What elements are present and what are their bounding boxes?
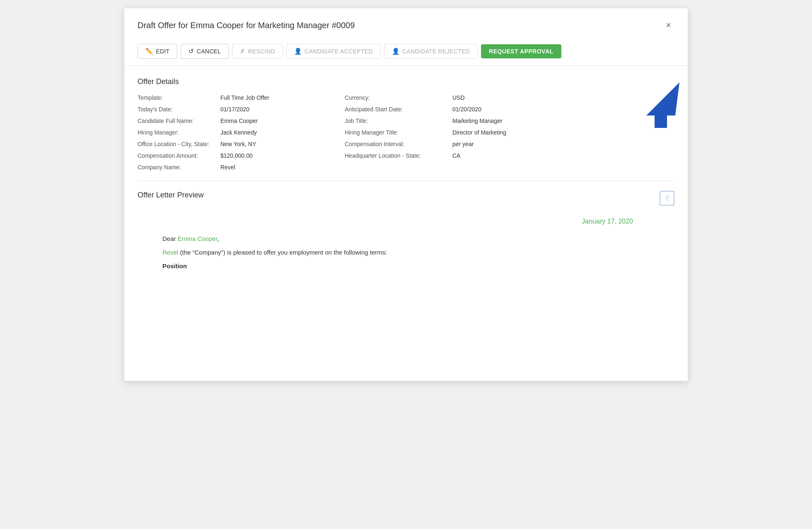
todays-date-value: 01/17/2020 xyxy=(220,106,345,113)
headquarter-location-value: CA xyxy=(452,152,577,159)
offer-letter-section: Offer Letter Preview ⇧ January 17, 2020 … xyxy=(138,191,674,278)
rescind-icon: ✗ xyxy=(240,48,245,55)
cancel-icon: ↺ xyxy=(188,48,194,55)
office-location-label: Office Location - City, State: xyxy=(138,141,220,147)
close-button[interactable]: × xyxy=(662,18,674,32)
anticipated-start-date-label: Anticipated Start Date: xyxy=(345,106,452,113)
compensation-interval-value: per year xyxy=(452,141,577,147)
edit-icon: ✏️ xyxy=(145,48,153,55)
compensation-amount-value: $120,000.00 xyxy=(220,152,345,159)
content-area: Offer Details Template: Full Time Job Of… xyxy=(124,66,688,289)
candidate-full-name-value: Emma Cooper xyxy=(220,118,345,124)
hiring-manager-title-label: Hiring Manager Title: xyxy=(345,129,452,136)
letter-date: January 17, 2020 xyxy=(162,218,633,225)
offer-details-title: Offer Details xyxy=(138,77,674,86)
letter-body: Revel (the “Company”) is pleased to offe… xyxy=(162,249,650,256)
empty-label xyxy=(345,164,452,171)
scroll-up-icon: ⇧ xyxy=(664,194,670,203)
hiring-manager-title-value: Director of Marketing xyxy=(452,129,577,136)
modal-title: Draft Offer for Emma Cooper for Marketin… xyxy=(138,21,355,30)
letter-area: January 17, 2020 Dear Emma Cooper, Revel… xyxy=(138,209,674,278)
edit-button[interactable]: ✏️ EDIT xyxy=(138,44,177,59)
template-value: Full Time Job Offer xyxy=(220,94,345,101)
section-divider xyxy=(138,180,674,181)
compensation-interval-label: Compensation Interval: xyxy=(345,141,452,147)
offer-details-section: Offer Details Template: Full Time Job Of… xyxy=(138,77,674,171)
empty-value xyxy=(452,164,577,171)
job-title-label: Job Title: xyxy=(345,118,452,124)
anticipated-start-date-value: 01/20/2020 xyxy=(452,106,577,113)
candidate-full-name-label: Candidate Full Name: xyxy=(138,118,220,124)
scroll-up-button[interactable]: ⇧ xyxy=(660,191,674,206)
letter-position-title: Position xyxy=(162,262,650,269)
candidate-accepted-button[interactable]: 👤 CANDIDATE ACCEPTED xyxy=(286,44,381,59)
letter-greeting: Dear Emma Cooper, xyxy=(162,235,650,242)
candidate-rejected-button[interactable]: 👤 CANDIDATE REJECTED xyxy=(384,44,478,59)
candidate-rejected-icon: 👤 xyxy=(392,48,400,55)
job-title-value: Marketing Manager xyxy=(452,118,577,124)
modal-header: Draft Offer for Emma Cooper for Marketin… xyxy=(124,8,688,39)
hiring-manager-label: Hiring Manager: xyxy=(138,129,220,136)
currency-label: Currency: xyxy=(345,94,452,101)
template-label: Template: xyxy=(138,94,220,101)
offer-letter-title: Offer Letter Preview xyxy=(138,191,674,200)
candidate-accepted-icon: 👤 xyxy=(294,48,302,55)
request-approval-button[interactable]: REQUEST APPROVAL xyxy=(481,44,561,58)
compensation-amount-label: Compensation Amount: xyxy=(138,152,220,159)
company-name-highlight: Revel xyxy=(162,249,178,256)
todays-date-label: Today's Date: xyxy=(138,106,220,113)
rescind-button[interactable]: ✗ RESCIND xyxy=(232,44,283,59)
currency-value: USD xyxy=(452,94,577,101)
company-name-value: Revel xyxy=(220,164,345,171)
details-grid: Template: Full Time Job Offer Currency: … xyxy=(138,94,674,171)
toolbar: ✏️ EDIT ↺ CANCEL ✗ RESCIND 👤 CANDIDATE A… xyxy=(124,39,688,66)
modal: Draft Offer for Emma Cooper for Marketin… xyxy=(124,8,688,381)
hiring-manager-value: Jack Kennedy xyxy=(220,129,345,136)
company-name-label: Company Name: xyxy=(138,164,220,171)
headquarter-location-label: Headquarter Location - State: xyxy=(345,152,452,159)
office-location-value: New York, NY xyxy=(220,141,345,147)
candidate-name-highlight: Emma Cooper xyxy=(178,235,218,242)
cancel-button[interactable]: ↺ CANCEL xyxy=(181,44,229,59)
